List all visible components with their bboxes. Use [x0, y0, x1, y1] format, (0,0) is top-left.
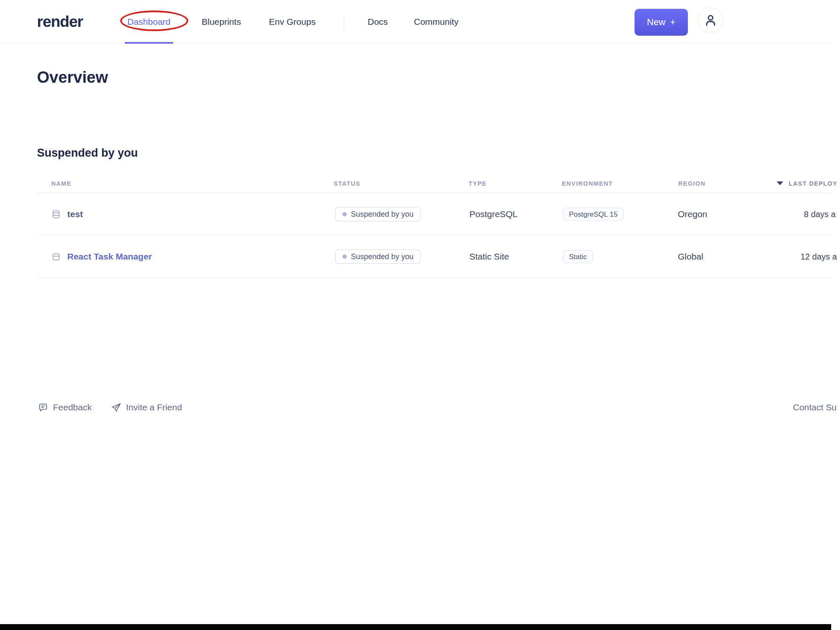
- service-name-link[interactable]: React Task Manager: [67, 252, 152, 262]
- invite-a-friend-link[interactable]: Invite a Friend: [111, 397, 182, 417]
- nav-tab-blueprints-label: Blueprints: [202, 17, 241, 27]
- cell-environment: PostgreSQL 15: [563, 208, 624, 221]
- cell-name: test: [51, 209, 83, 219]
- cell-status: Suspended by you: [335, 207, 421, 221]
- static-site-icon: [51, 252, 61, 262]
- nav-link-docs[interactable]: Docs: [368, 0, 388, 43]
- cell-type: PostgreSQL: [469, 209, 517, 219]
- column-header-status[interactable]: STATUS: [334, 173, 361, 193]
- user-icon: [703, 13, 718, 28]
- account-menu-button[interactable]: [698, 8, 723, 33]
- render-logo[interactable]: render: [37, 0, 83, 43]
- nav-tab-dashboard-label: Dashboard: [127, 17, 171, 27]
- feedback-bubble-icon: [38, 402, 48, 413]
- contact-label: Contact Su: [793, 402, 837, 412]
- cell-region: Oregon: [678, 209, 707, 219]
- cell-environment: Static: [563, 250, 593, 263]
- contact-support-link[interactable]: Contact Su: [793, 397, 837, 417]
- cell-last-deploy: 8 days a: [804, 210, 836, 219]
- table-row-test[interactable]: test Suspended by you PostgreSQL Postgre…: [37, 193, 840, 235]
- column-header-last-deploy[interactable]: LAST DEPLOY: [777, 173, 837, 193]
- environment-badge: Static: [563, 250, 593, 263]
- column-header-name[interactable]: NAME: [51, 173, 71, 193]
- services-table: NAME STATUS TYPE ENVIRONMENT REGION LAST…: [37, 173, 840, 278]
- environment-badge: PostgreSQL 15: [563, 208, 624, 221]
- nav-link-community-label: Community: [414, 17, 458, 27]
- cell-region: Global: [678, 252, 703, 262]
- table-header-row: NAME STATUS TYPE ENVIRONMENT REGION LAST…: [37, 173, 840, 193]
- cell-type: Static Site: [469, 252, 509, 262]
- new-button-label: New: [647, 17, 666, 28]
- invite-label: Invite a Friend: [126, 402, 182, 412]
- column-header-region[interactable]: REGION: [678, 173, 706, 193]
- sort-desc-icon: [777, 181, 783, 185]
- page-title: Overview: [37, 68, 108, 87]
- cell-status: Suspended by you: [335, 249, 421, 264]
- active-tab-underline: [125, 42, 173, 44]
- nav-link-docs-label: Docs: [368, 17, 388, 27]
- nav-link-community[interactable]: Community: [414, 0, 458, 43]
- cell-last-deploy: 12 days a: [801, 252, 837, 262]
- feedback-link[interactable]: Feedback: [38, 397, 92, 417]
- status-dot-icon: [342, 255, 347, 259]
- section-title-suspended: Suspended by you: [37, 147, 138, 160]
- page-footer: Feedback Invite a Friend Contact Su: [37, 397, 840, 417]
- database-icon: [51, 210, 61, 219]
- cell-name: React Task Manager: [51, 252, 152, 262]
- status-badge: Suspended by you: [335, 249, 421, 264]
- service-name-link[interactable]: test: [67, 209, 83, 219]
- paper-plane-icon: [111, 402, 121, 413]
- bottom-bar: [0, 624, 831, 630]
- nav-tab-dashboard[interactable]: Dashboard: [127, 0, 171, 43]
- nav-tab-env-groups-label: Env Groups: [269, 17, 316, 27]
- feedback-label: Feedback: [53, 402, 92, 412]
- nav-divider: [344, 15, 344, 29]
- nav-tab-env-groups[interactable]: Env Groups: [269, 0, 316, 43]
- top-navbar: render Dashboard Blueprints Env Groups D…: [0, 0, 840, 43]
- plus-icon: +: [670, 17, 676, 28]
- status-dot-icon: [342, 212, 347, 216]
- nav-tab-blueprints[interactable]: Blueprints: [202, 0, 241, 43]
- column-header-type[interactable]: TYPE: [469, 173, 487, 193]
- table-row-react-task-manager[interactable]: React Task Manager Suspended by you Stat…: [37, 235, 840, 278]
- column-header-environment[interactable]: ENVIRONMENT: [562, 173, 613, 193]
- table-bottom-divider: [37, 278, 831, 278]
- new-button[interactable]: New +: [635, 9, 688, 36]
- status-badge: Suspended by you: [335, 207, 421, 221]
